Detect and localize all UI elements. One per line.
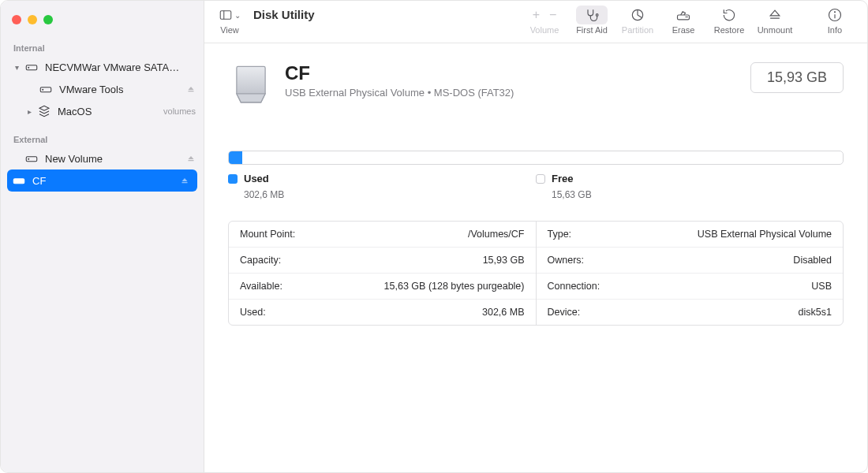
info-value: 15,93 GB <box>483 255 525 266</box>
legend-label: Used <box>244 173 269 184</box>
toolbar-caption: Erase <box>672 25 695 35</box>
sidebar-disk-necvmwar[interactable]: ▾ NECVMWar VMware SATA… <box>1 56 204 78</box>
legend-used: Used <box>228 173 536 184</box>
volume-subtitle: USB External Physical Volume • MS-DOS (F… <box>285 87 514 99</box>
restore-icon <box>721 7 737 23</box>
volume-name: CF <box>285 62 514 84</box>
erase-icon <box>675 7 692 23</box>
sidebar-container-macos[interactable]: ▸ MacOS volumes <box>1 100 204 122</box>
svg-point-9 <box>16 181 17 181</box>
hard-drive-icon <box>39 82 53 96</box>
legend-free: Free <box>536 173 844 184</box>
info-row: Mount Point:/Volumes/CF <box>229 222 536 248</box>
hard-drive-icon <box>24 60 39 74</box>
legend-label: Free <box>552 173 573 184</box>
toolbar-caption: Partition <box>622 25 653 35</box>
toolbar: ⌄ View Disk Utility +− Volume First Aid … <box>204 1 867 43</box>
volume-add-remove: +− Volume <box>520 6 569 35</box>
sidebar-item-label: VMware Tools <box>59 84 183 95</box>
svg-rect-4 <box>189 91 194 91</box>
first-aid-button[interactable]: First Aid <box>569 6 615 35</box>
toolbar-caption: View <box>220 25 239 35</box>
chevron-down-icon: ⌄ <box>234 11 241 20</box>
eject-icon[interactable] <box>180 176 189 185</box>
swatch-used <box>228 174 238 184</box>
window-title: Disk Utility <box>253 8 315 21</box>
stethoscope-icon <box>584 7 600 23</box>
sidebar-section-internal: Internal <box>1 39 204 56</box>
erase-button[interactable]: Erase <box>660 6 706 35</box>
info-row: Type:USB External Physical Volume <box>537 222 844 248</box>
minimize-window-button[interactable] <box>28 15 37 24</box>
eject-icon[interactable] <box>186 84 196 94</box>
svg-point-13 <box>596 14 598 17</box>
info-value: /Volumes/CF <box>468 229 525 240</box>
sidebar-layout-icon <box>219 8 233 22</box>
usage-bar <box>228 151 844 165</box>
view-menu-button[interactable]: ⌄ View <box>214 6 245 35</box>
legend-value: 302,6 MB <box>244 189 536 200</box>
info-key: Connection: <box>548 281 600 292</box>
zoom-window-button[interactable] <box>43 15 53 24</box>
eject-icon <box>767 7 783 23</box>
info-row: Capacity:15,93 GB <box>229 248 536 274</box>
capacity-badge: 15,93 GB <box>750 62 844 93</box>
sidebar-item-label: CF <box>32 175 177 187</box>
info-key: Owners: <box>548 255 585 266</box>
pie-icon <box>630 7 645 23</box>
legend-value: 15,63 GB <box>552 189 844 200</box>
info-key: Capacity: <box>240 255 281 266</box>
usage-used-segment <box>229 151 242 164</box>
partition-button: Partition <box>615 6 660 35</box>
svg-point-3 <box>43 89 43 90</box>
chevron-right-icon[interactable]: ▸ <box>24 107 34 116</box>
info-row: Device:disk5s1 <box>537 300 844 325</box>
toolbar-caption: Volume <box>530 25 559 35</box>
eject-icon[interactable] <box>186 154 196 163</box>
toolbar-caption: Restore <box>714 25 745 35</box>
sidebar-section-external: External <box>1 130 204 147</box>
info-key: Device: <box>548 307 581 318</box>
info-row: Available:15,63 GB (128 bytes purgeable) <box>229 274 536 300</box>
info-value: 15,63 GB (128 bytes purgeable) <box>384 281 525 292</box>
sidebar-volume-new-volume[interactable]: New Volume <box>1 147 204 169</box>
unmount-button[interactable]: Unmount <box>752 6 798 35</box>
info-row: Connection:USB <box>537 274 844 300</box>
window-controls <box>1 7 204 39</box>
swatch-free <box>536 174 545 184</box>
svg-point-6 <box>28 158 29 159</box>
minus-icon: − <box>549 8 556 22</box>
toolbar-caption: First Aid <box>576 25 608 35</box>
svg-rect-8 <box>13 179 24 184</box>
info-row: Owners:Disabled <box>537 248 844 274</box>
toolbar-caption: Unmount <box>758 25 793 35</box>
external-disk-icon <box>228 62 274 108</box>
hard-drive-icon <box>12 173 26 188</box>
info-value: USB External Physical Volume <box>698 229 832 240</box>
sidebar-item-suffix: volumes <box>163 106 196 116</box>
sidebar: Internal ▾ NECVMWar VMware SATA… VMware … <box>1 1 204 472</box>
info-row: Used:302,6 MB <box>229 300 536 325</box>
info-button[interactable]: Info <box>812 6 858 35</box>
info-icon <box>827 7 843 23</box>
volume-info-table: Mount Point:/Volumes/CF Capacity:15,93 G… <box>228 221 844 326</box>
restore-button[interactable]: Restore <box>706 6 752 35</box>
info-value: Disabled <box>793 255 832 266</box>
close-window-button[interactable] <box>12 15 21 24</box>
info-key: Type: <box>548 229 572 240</box>
sidebar-volume-vmware-tools[interactable]: VMware Tools <box>1 78 204 100</box>
chevron-down-icon[interactable]: ▾ <box>12 63 21 72</box>
svg-point-20 <box>835 12 836 13</box>
svg-rect-7 <box>189 160 194 161</box>
hard-drive-icon <box>24 151 39 166</box>
info-value: USB <box>811 281 832 292</box>
info-value: disk5s1 <box>799 307 832 318</box>
sidebar-item-label: MacOS <box>58 106 160 117</box>
toolbar-caption: Info <box>828 25 842 35</box>
volume-stack-icon <box>37 104 51 118</box>
sidebar-volume-cf[interactable]: CF <box>7 169 197 192</box>
plus-icon: + <box>533 8 540 22</box>
info-key: Available: <box>240 281 282 292</box>
info-key: Mount Point: <box>240 229 295 240</box>
svg-point-1 <box>28 67 29 68</box>
